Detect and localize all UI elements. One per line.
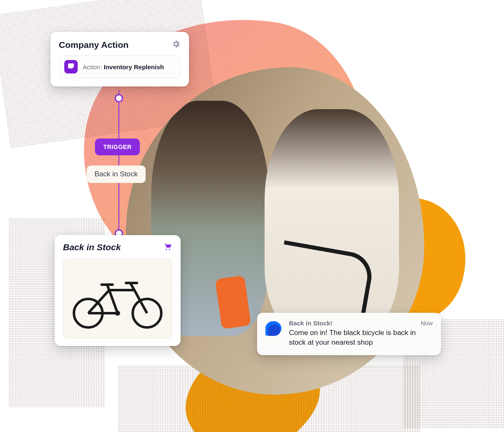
product-image	[63, 259, 172, 338]
cart-icon[interactable]	[163, 242, 172, 253]
flow-connector	[118, 90, 119, 236]
notification-message: Come on in! The black bicycle is back in…	[289, 328, 433, 348]
notification-time: Now	[421, 320, 433, 327]
bicycle-icon	[67, 267, 168, 330]
notification-card[interactable]: Back in Stock! Now Come on in! The black…	[257, 313, 441, 355]
action-text: Action: Inventory Replenish	[83, 63, 164, 71]
notification-title: Back in Stock!	[289, 319, 332, 327]
flow-node	[115, 94, 123, 102]
svg-point-1	[169, 249, 170, 250]
trigger-label[interactable]: Back in Stock	[87, 165, 146, 183]
back-in-stock-card: Back in Stock	[55, 235, 181, 346]
messages-icon	[265, 321, 283, 339]
trigger-badge[interactable]: TRIGGER	[95, 139, 140, 155]
back-in-stock-title: Back in Stock	[63, 242, 121, 252]
action-row[interactable]: Action: Inventory Replenish	[59, 55, 181, 78]
company-action-title: Company Action	[59, 40, 129, 50]
company-action-card: Company Action Action: Inventory Repleni…	[50, 32, 189, 86]
gear-icon[interactable]	[171, 39, 181, 50]
chat-icon	[64, 60, 78, 73]
svg-point-4	[115, 311, 120, 316]
svg-point-0	[166, 249, 167, 250]
